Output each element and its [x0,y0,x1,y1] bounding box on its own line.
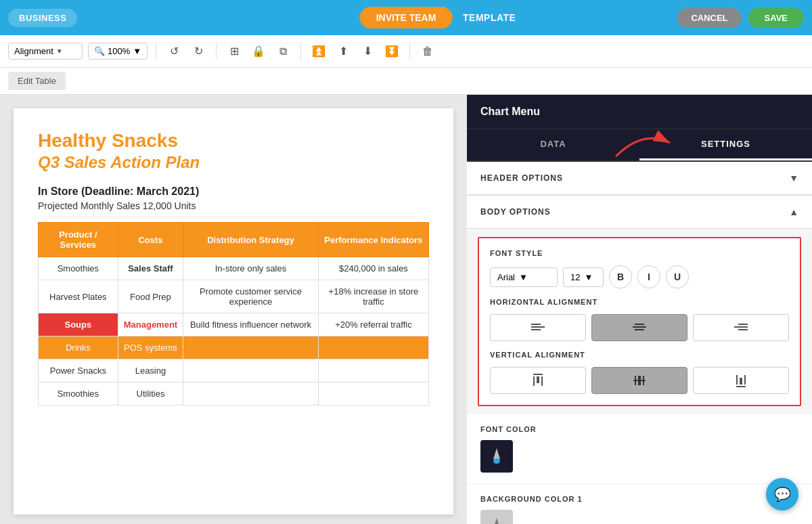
svg-rect-18 [736,386,746,387]
main-layout: Healthy Snacks Q3 Sales Action Plan In S… [0,95,812,524]
col-header-product: Product / Services [39,223,118,257]
cell-product: Drinks [39,336,118,359]
svg-rect-1 [531,324,541,325]
font-dropdown-arrow: ▼ [519,272,528,282]
copy-icon[interactable]: ⧉ [273,42,292,61]
svg-rect-20 [736,375,738,385]
bg-color-swatch[interactable] [480,510,513,524]
move-down-all-icon[interactable]: ⏬ [382,42,401,61]
body-options-label: BODY OPTIONS [480,207,789,217]
save-button[interactable]: SAVE [748,8,804,28]
font-style-label: FONT STYLE [490,249,789,257]
align-left-button[interactable] [490,314,586,341]
cell-costs: Leasing [118,359,183,383]
cell-costs: POS systems [118,336,183,359]
undo-button[interactable]: ↺ [164,42,183,61]
cell-product: Smoothies [39,257,118,280]
svg-rect-8 [734,326,748,328]
svg-rect-10 [533,374,543,375]
underline-button[interactable]: U [666,265,689,288]
font-family-dropdown[interactable]: Arial ▼ [490,267,558,287]
table-row: Harvest Plates Food Prep Promote custome… [39,280,429,313]
bold-button[interactable]: B [609,265,632,288]
move-up-icon[interactable]: ⬆ [334,42,353,61]
bg-color-section: BACKGROUND COLOR 1 [467,483,812,524]
table-header-row: Product / Services Costs Distribution St… [39,223,429,257]
canvas-area: Healthy Snacks Q3 Sales Action Plan In S… [0,95,467,524]
svg-rect-21 [744,375,746,385]
move-icon[interactable]: ⊞ [225,42,244,61]
cell-distribution [183,336,319,359]
panel-tabs-container: DATA SETTINGS [467,129,812,162]
align-right-button[interactable] [693,314,789,341]
valign-middle-button[interactable] [591,367,687,394]
cell-costs: Food Prep [118,280,183,313]
chat-button[interactable]: 💬 [766,478,798,510]
cell-product: Soups [39,313,118,336]
font-size-dropdown[interactable]: 12 ▼ [563,267,604,287]
move-up-all-icon[interactable]: ⏫ [309,42,328,61]
svg-rect-17 [643,376,644,385]
svg-rect-2 [531,326,545,328]
bg-color-label: BACKGROUND COLOR 1 [480,495,798,503]
edit-table-button[interactable]: Edit Table [8,72,66,90]
table-row: Power Snacks Leasing [39,359,429,383]
alignment-dropdown[interactable]: Alignment ▼ [8,43,83,60]
v-align-label: VERTICAL ALIGNMENT [490,351,789,359]
svg-rect-16 [635,376,636,385]
template-label: TEMPLATE [463,12,516,23]
cell-product: Power Snacks [39,359,118,383]
font-color-swatch[interactable] [480,440,513,473]
header-options-row[interactable]: HEADER OPTIONS ▼ [467,162,812,195]
table-row: Smoothies Sales Staff In-store only sale… [39,257,429,280]
cell-distribution: In-store only sales [183,257,319,280]
svg-rect-13 [541,376,543,386]
valign-top-button[interactable] [490,367,586,394]
business-button[interactable]: BUSINESS [8,9,77,27]
cell-performance: $240,000 in sales [318,257,428,280]
svg-rect-19 [740,378,742,385]
page-content: Healthy Snacks Q3 Sales Action Plan In S… [14,108,453,515]
redo-button[interactable]: ↻ [189,42,208,61]
svg-rect-4 [635,324,644,325]
svg-rect-11 [537,376,539,383]
invite-team-button[interactable]: INVITE TEAM [360,7,453,28]
cell-performance [318,359,428,383]
svg-rect-15 [638,376,641,385]
header-options-arrow: ▼ [789,173,798,183]
body-options-row[interactable]: BODY OPTIONS ▲ [467,196,812,229]
cell-distribution [183,383,319,406]
header-options-label: HEADER OPTIONS [480,173,789,183]
italic-button[interactable]: I [637,265,660,288]
data-table[interactable]: Product / Services Costs Distribution St… [38,222,429,406]
red-arrow [602,123,683,166]
style-options-section: FONT STYLE Arial ▼ 12 ▼ B I U HORIZONTAL… [478,237,801,406]
size-dropdown-arrow: ▼ [584,272,593,282]
cancel-button[interactable]: CANCEL [677,8,741,28]
cell-performance [318,336,428,359]
search-icon: 🔍 [94,46,105,56]
cell-distribution [183,359,319,383]
alignment-dropdown-arrow: ▼ [56,47,63,55]
align-center-button[interactable] [591,314,687,341]
move-down-icon[interactable]: ⬇ [358,42,377,61]
panel-body: HEADER OPTIONS ▼ BODY OPTIONS ▲ FONT STY… [467,162,812,524]
h-align-label: HORIZONTAL ALIGNMENT [490,298,789,306]
cell-performance: +18% increase in store traffic [318,280,428,313]
valign-bottom-button[interactable] [693,367,789,394]
toolbar-divider-3 [300,43,301,60]
zoom-dropdown[interactable]: 🔍 100% ▼ [88,43,148,60]
font-style-row: Arial ▼ 12 ▼ B I U [490,265,789,288]
toolbar: Alignment ▼ 🔍 100% ▼ ↺ ↻ ⊞ 🔒 ⧉ ⏫ ⬆ ⬇ ⏬ 🗑 [0,35,812,68]
svg-rect-9 [738,329,748,330]
col-header-performance: Performance Indicators [318,223,428,257]
v-alignment-row [490,367,789,394]
delete-icon[interactable]: 🗑 [418,42,437,61]
page-subtitle: Q3 Sales Action Plan [38,153,429,172]
body-options-arrow: ▲ [789,206,798,217]
lock-icon[interactable]: 🔒 [249,42,268,61]
cell-performance: +20% referral traffic [318,313,428,336]
edit-bar: Edit Table [0,68,812,95]
table-row: Smoothies Utilities [39,383,429,406]
cell-product: Smoothies [39,383,118,406]
